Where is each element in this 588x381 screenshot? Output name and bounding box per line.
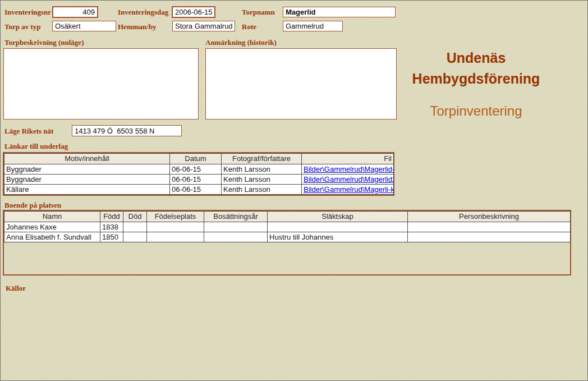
resident-dod-cell [123, 232, 147, 242]
sources-label: Källor [6, 284, 26, 293]
residents-header-fodd: Född [100, 212, 123, 222]
torp-av-typ-label: Torp av typ [4, 22, 41, 31]
residents-header-slaktskap: Släktskap [268, 212, 408, 222]
torpinventering-form: Inventeringsnr Inventeringsdag Torpnamn … [0, 0, 588, 381]
association-title: Undenäs Hembygdsförening [393, 48, 559, 89]
file-link[interactable]: Bilder\Gammelrud\Magerlid- [304, 165, 394, 173]
links-header-motiv: Motiv/innehåll [4, 154, 170, 164]
residents-table-header-row: Namn Född Död Födelseplats Bosättningsår… [4, 212, 571, 222]
lage-rikets-nat-label: Läge Rikets nät [4, 127, 53, 136]
inventeringsnr-input[interactable] [52, 6, 98, 18]
torpnamn-input[interactable] [283, 7, 396, 17]
link-datum-cell: 06-06-15 [170, 175, 222, 185]
resident-bosattningsar-cell [204, 222, 268, 232]
inventeringsdag-input[interactable] [172, 6, 215, 18]
link-fotograf-cell: Kenth Larsson [222, 164, 302, 175]
inventeringsdag-label: Inventeringsdag [118, 8, 168, 17]
link-fil-cell: Bilder\Gammelrud\Magerlid2 [302, 175, 394, 185]
lage-rikets-nat-input[interactable] [72, 125, 182, 136]
resident-namn-cell: Anna Elisabeth f. Sundvall [4, 232, 100, 242]
rote-input[interactable] [283, 21, 343, 31]
anmarkning-label: Anmärkning (historik) [205, 38, 277, 47]
file-link[interactable]: Bilder\Gammelrud\Magerli-k [304, 185, 394, 194]
resident-namn-cell: Johannes Kaxe [4, 222, 100, 232]
links-header-datum: Datum [170, 154, 222, 164]
links-table-row: Byggnader 06-06-15 Kenth Larsson Bilder\… [4, 175, 394, 185]
residents-section-label: Boende på platsen [4, 201, 61, 210]
resident-personbeskrivning-cell [408, 222, 571, 232]
residents-header-namn: Namn [4, 212, 100, 222]
resident-fodd-cell: 1850 [100, 232, 123, 242]
link-datum-cell: 06-06-15 [170, 164, 222, 175]
links-table: Motiv/innehåll Datum Fotograf/författare… [4, 153, 394, 195]
residents-table: Namn Född Död Födelseplats Bosättningsår… [4, 211, 571, 242]
torp-av-typ-input[interactable] [52, 21, 116, 31]
resident-fodd-cell: 1838 [100, 222, 123, 232]
residents-table-container: Namn Född Död Födelseplats Bosättningsår… [3, 210, 571, 276]
residents-header-personbeskrivning: Personbeskrivning [408, 212, 571, 222]
inventeringsnr-label: Inventeringsnr [4, 8, 51, 17]
resident-slaktskap-cell: Hustru till Johannes [268, 232, 408, 242]
resident-slaktskap-cell [268, 222, 408, 232]
resident-personbeskrivning-cell [408, 232, 571, 242]
links-header-fotograf: Fotograf/författare [222, 154, 302, 164]
torpbeskrivning-label: Torpbeskrivning (nuläge) [4, 38, 84, 47]
resident-bosattningsar-cell [204, 232, 268, 242]
form-subtitle: Torpinventering [393, 103, 559, 119]
resident-fodelseplats-cell [147, 232, 204, 242]
links-table-row: Källare 06-06-15 Kenth Larsson Bilder\Ga… [4, 185, 394, 195]
link-datum-cell: 06-06-15 [170, 185, 222, 195]
torpbeskrivning-textarea[interactable] [3, 48, 199, 120]
links-table-header-row: Motiv/innehåll Datum Fotograf/författare… [4, 154, 394, 164]
link-motiv-cell: Källare [4, 185, 170, 195]
link-fotograf-cell: Kenth Larsson [222, 175, 302, 185]
rote-label: Rote [242, 22, 256, 31]
link-motiv-cell: Byggnader [4, 175, 170, 185]
resident-dod-cell [123, 222, 147, 232]
link-motiv-cell: Byggnader [4, 164, 170, 175]
links-table-container: Motiv/innehåll Datum Fotograf/författare… [3, 152, 394, 196]
hemman-by-input[interactable] [172, 21, 235, 31]
association-title-line2: Hembygdsförening [393, 68, 559, 89]
link-fotograf-cell: Kenth Larsson [222, 185, 302, 195]
association-title-line1: Undenäs [393, 48, 559, 68]
file-link[interactable]: Bilder\Gammelrud\Magerlid2 [304, 175, 394, 183]
resident-row: Anna Elisabeth f. Sundvall 1850 Hustru t… [4, 232, 571, 242]
links-header-fil: Fil [302, 154, 394, 164]
residents-header-fodelseplats: Födelseplats [147, 212, 204, 222]
link-fil-cell: Bilder\Gammelrud\Magerli-k [302, 185, 394, 195]
hemman-by-label: Hemman/by [118, 22, 157, 31]
links-table-row: Byggnader 06-06-15 Kenth Larsson Bilder\… [4, 164, 394, 175]
resident-fodelseplats-cell [147, 222, 204, 232]
anmarkning-textarea[interactable] [205, 48, 397, 120]
resident-row: Johannes Kaxe 1838 [4, 222, 571, 232]
torpnamn-label: Torpnamn [242, 8, 275, 17]
residents-header-dod: Död [123, 212, 147, 222]
link-fil-cell: Bilder\Gammelrud\Magerlid- [302, 164, 394, 175]
residents-header-bosattningsar: Bosättningsår [204, 212, 268, 222]
links-section-label: Länkar till underlag [4, 142, 68, 151]
